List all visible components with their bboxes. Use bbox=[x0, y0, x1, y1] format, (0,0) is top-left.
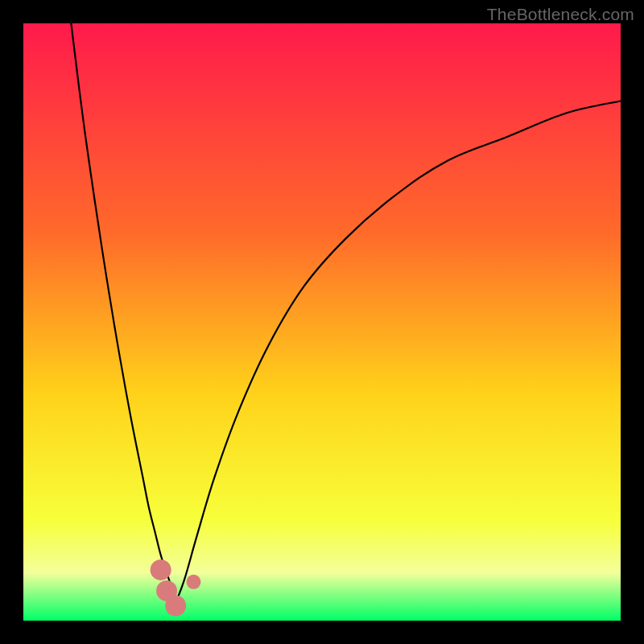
frame-border bbox=[0, 621, 644, 644]
frame-border bbox=[0, 0, 23, 644]
bottleneck-chart bbox=[0, 0, 644, 644]
chart-frame: TheBottleneck.com bbox=[0, 0, 644, 644]
highlight-left-upper bbox=[151, 559, 171, 580]
highlight-right bbox=[186, 575, 200, 589]
frame-border bbox=[621, 0, 644, 644]
highlight-bottom bbox=[165, 595, 186, 616]
watermark-text: TheBottleneck.com bbox=[487, 5, 634, 24]
